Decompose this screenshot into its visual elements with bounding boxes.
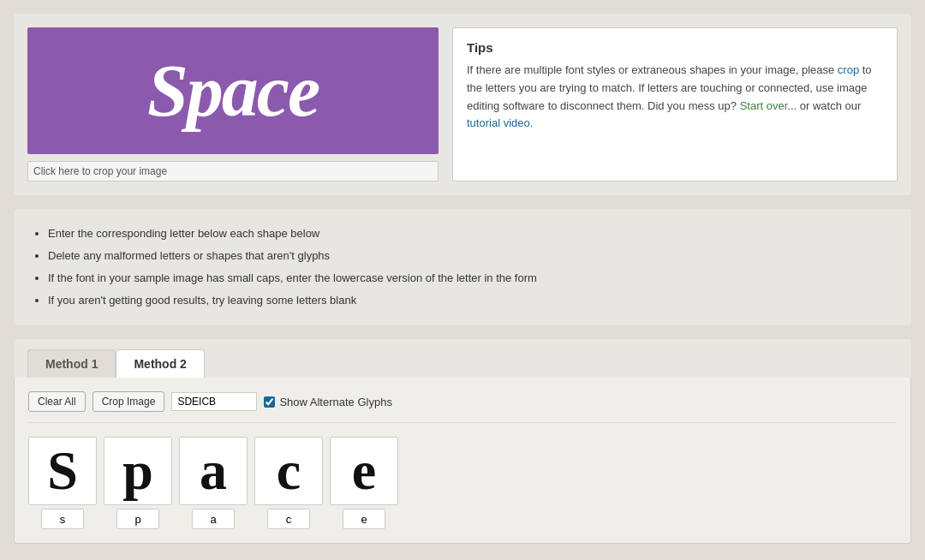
instruction-item: Enter the corresponding letter below eac… — [48, 223, 894, 245]
glyph-input[interactable] — [41, 509, 84, 529]
sample-image-text: Space — [147, 48, 319, 134]
show-alternate-glyphs-checkbox[interactable] — [264, 396, 275, 408]
glyphs-row: Space — [28, 437, 897, 529]
tips-text-part4: . — [530, 116, 534, 129]
glyph-character: S — [47, 444, 78, 498]
crop-image-button[interactable]: Crop Image — [92, 391, 165, 412]
image-container: Space Click here to crop your image — [27, 27, 439, 182]
tutorial-link[interactable]: tutorial video — [467, 116, 530, 129]
glyph-character: e — [352, 444, 376, 498]
show-alternate-glyphs-label[interactable]: Show Alternate Glyphs — [264, 396, 392, 408]
glyph-character: p — [122, 444, 153, 498]
glyph-input[interactable] — [343, 509, 385, 529]
font-code-input[interactable] — [171, 392, 257, 411]
glyph-input[interactable] — [192, 509, 235, 529]
start-over-link[interactable]: Start over — [740, 99, 788, 112]
sample-image[interactable]: Space — [27, 27, 439, 154]
tips-text-part1: If there are multiple font styles or ext… — [467, 63, 838, 76]
instruction-item: If the font in your sample image has sma… — [48, 267, 894, 289]
tabs-container: Method 1 Method 2 — [27, 349, 898, 378]
glyph-character: a — [200, 444, 227, 498]
glyph-input[interactable] — [116, 509, 159, 529]
tips-text-part3: ... or watch our — [787, 99, 861, 112]
instructions-list: Enter the corresponding letter below eac… — [31, 223, 894, 312]
glyph-image-box: e — [330, 437, 398, 505]
tips-text: If there are multiple font styles or ext… — [467, 62, 883, 133]
toolbar: Clear All Crop Image Show Alternate Glyp… — [28, 391, 897, 423]
instruction-item: If you aren't getting good results, try … — [48, 289, 894, 312]
glyph-item: e — [330, 437, 398, 529]
tabs-section: Method 1 Method 2 — [14, 339, 911, 378]
show-alternate-glyphs-text: Show Alternate Glyphs — [279, 396, 392, 408]
glyph-item: S — [28, 437, 97, 529]
instruction-item: Delete any malformed letters or shapes t… — [48, 245, 894, 267]
tips-title: Tips — [467, 40, 883, 55]
glyph-image-box: a — [179, 437, 248, 505]
clear-all-button[interactable]: Clear All — [28, 391, 86, 412]
crop-link[interactable]: crop — [838, 63, 859, 76]
glyph-image-box: S — [28, 437, 97, 505]
glyph-item: c — [254, 437, 323, 529]
top-section: Space Click here to crop your image Tips… — [14, 14, 911, 195]
main-panel: Clear All Crop Image Show Alternate Glyp… — [14, 378, 911, 544]
instructions-section: Enter the corresponding letter below eac… — [14, 209, 911, 325]
crop-hint-text[interactable]: Click here to crop your image — [27, 161, 439, 182]
glyph-input[interactable] — [267, 509, 310, 529]
tips-box: Tips If there are multiple font styles o… — [452, 27, 898, 182]
tab-method2[interactable]: Method 2 — [116, 349, 204, 378]
tab-method1[interactable]: Method 1 — [27, 349, 116, 378]
glyph-image-box: p — [104, 437, 172, 505]
glyph-item: a — [179, 437, 248, 529]
glyph-image-box: c — [254, 437, 323, 505]
glyph-item: p — [104, 437, 172, 529]
glyph-character: c — [277, 444, 301, 498]
